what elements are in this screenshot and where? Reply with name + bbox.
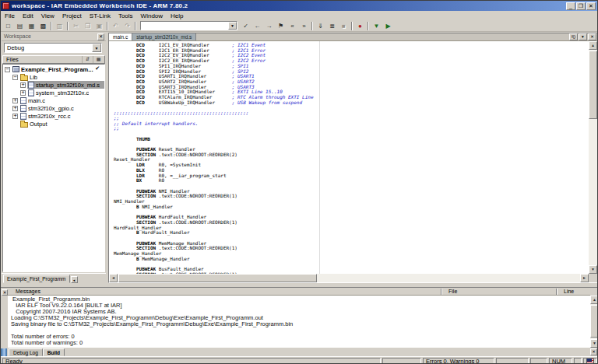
editor-vertical-scrollbar[interactable]: ▲ ▼ [589, 41, 597, 274]
configuration-select[interactable]: Debug ▼ [4, 43, 102, 53]
vertical-scroll-thumb[interactable] [589, 51, 597, 119]
scroll-left-icon[interactable]: ◄ [109, 274, 118, 282]
messages-dock-grip[interactable]: ✕ [1, 288, 8, 348]
right-margin-ruler [319, 41, 320, 274]
workspace-project-tab[interactable]: Example_First_Programm [3, 275, 70, 283]
tree-item-system-stm32f10x-c[interactable]: +system_stm32f10x.c [3, 89, 104, 96]
files-column-output-icon[interactable]: ▦ [93, 56, 104, 63]
find-input[interactable] [142, 23, 226, 30]
scroll-up-icon[interactable]: ▲ [589, 41, 597, 50]
menu-help[interactable]: Help [167, 12, 187, 20]
toggle-bookmark-icon[interactable]: ⚑ [275, 21, 287, 31]
toolbar-separator [368, 22, 369, 30]
code-editor-area[interactable]: DCD I2C1_EV_IRQHandler ; I2C1 Event DCD … [109, 41, 589, 274]
configuration-value: Debug [7, 44, 24, 51]
expand-icon[interactable]: + [20, 82, 26, 88]
quick-search-icon[interactable]: ✓ [240, 21, 252, 31]
expand-icon[interactable]: + [20, 90, 26, 96]
tree-item-stm32f10x-rcc-c[interactable]: +stm32f10x_rcc.c [3, 112, 104, 120]
status-cell-empty-1 [382, 358, 421, 364]
output-tab-build[interactable]: Build [43, 348, 65, 356]
editor-tab-bar: main.cstartup_stm32f10x_md.s [109, 33, 597, 41]
messages-close-icon[interactable]: ✕ [2, 289, 8, 296]
menu-view[interactable]: View [37, 12, 58, 20]
output-tab-debug-log[interactable]: Debug Log [9, 348, 43, 356]
iar-workbench-window: workspace - IAR Embedded Workbench IDE -… [0, 0, 598, 364]
file-column-label: File [448, 288, 457, 296]
file-icon [20, 97, 26, 104]
toolbar-separator [351, 22, 353, 30]
editor-close-icon[interactable]: ✕ [588, 33, 596, 40]
editor-horizontal-scrollbar[interactable]: ◄ ► [109, 274, 589, 282]
workspace-close-icon[interactable]: ✕ [97, 33, 104, 40]
menu-window[interactable]: Window [137, 12, 167, 20]
restore-button[interactable]: ❐ [576, 2, 586, 10]
tree-item-label: system_stm32f10x.c [36, 89, 89, 96]
toolbar-separator [67, 22, 69, 30]
function-list-button[interactable]: f() [569, 33, 578, 40]
minimize-button[interactable]: _ [566, 2, 575, 10]
tree-item-main-c[interactable]: +main.c [3, 96, 104, 104]
tree-item-output[interactable]: Output [3, 120, 104, 128]
scroll-right-icon[interactable]: ► [580, 274, 589, 282]
save-icon[interactable]: ▦ [26, 21, 37, 31]
editor-dropdown-icon[interactable]: ▾ [579, 33, 587, 40]
new-document-icon[interactable]: □ [2, 21, 14, 31]
us-flag-icon [586, 358, 594, 364]
menu-project[interactable]: Project [58, 12, 86, 20]
menu-edit[interactable]: Edit [19, 12, 37, 20]
debug-without-downloading-icon[interactable]: ▶ [382, 21, 394, 31]
app-icon [2, 2, 9, 9]
tree-item-startup-stm32f10x-md-s[interactable]: +startup_stm32f10x_md.s [3, 81, 104, 89]
output-close-icon[interactable]: ✕ [590, 348, 597, 355]
menu-st-link[interactable]: ST-Link [86, 12, 114, 20]
find-dropdown-icon[interactable]: ▼ [228, 22, 237, 30]
tree-item-stm32f10x-gpio-c[interactable]: +stm32f10x_gpio.c [3, 104, 104, 112]
menu-tools[interactable]: Tools [114, 12, 137, 20]
messages-scroll-down-icon[interactable]: ▼ [590, 339, 598, 348]
navigate-forward-icon[interactable]: → [263, 21, 275, 31]
editor-tab-main-c[interactable]: main.c [109, 33, 132, 40]
find-combobox[interactable]: ▼ [140, 21, 237, 30]
previous-bookmark-icon[interactable]: « [287, 21, 298, 31]
compile-icon[interactable]: ≣ [326, 21, 338, 31]
output-tabs-grip[interactable] [1, 348, 7, 356]
status-bar: Ready Errors 0, Warnings 0 NUM [1, 356, 598, 364]
messages-scrollbar[interactable]: ▲ ▼ [590, 296, 598, 348]
expand-icon[interactable]: + [12, 114, 18, 119]
file-asm-icon [28, 82, 34, 89]
collapse-icon[interactable]: − [5, 67, 10, 72]
status-cell-empty-4 [574, 358, 582, 364]
messages-scroll-thumb[interactable] [590, 305, 598, 338]
expand-icon[interactable]: + [12, 98, 18, 103]
editor-tab-startup-stm32f10x-md-s[interactable]: startup_stm32f10x_md.s [132, 33, 196, 40]
tree-item-lib[interactable]: −Lib [3, 73, 104, 81]
collapse-icon[interactable]: − [12, 75, 18, 80]
workspace-tab-scroll-icon[interactable]: ◂ [71, 276, 78, 283]
project-file-tree: −Example_First_Program...✔−Lib+startup_s… [2, 64, 105, 272]
scroll-down-icon[interactable]: ▼ [589, 265, 597, 274]
download-active-icon[interactable]: ▼ [371, 21, 382, 31]
open-file-icon[interactable]: ▤ [14, 21, 26, 31]
navigate-backward-icon[interactable]: ← [252, 21, 263, 31]
files-column-options-icon[interactable]: ⇵ [82, 56, 93, 63]
workspace-title-label: Workspace [4, 33, 31, 39]
save-all-icon[interactable]: ▩ [37, 21, 49, 31]
expand-icon[interactable]: + [12, 106, 18, 111]
code-line: ;; [114, 126, 589, 131]
horizontal-scroll-thumb[interactable] [118, 274, 317, 282]
make-icon[interactable]: ⇓ [315, 21, 326, 31]
files-column-header[interactable]: Files ⇵ ▦ [2, 55, 105, 64]
close-button[interactable]: ✕ [586, 2, 596, 10]
next-bookmark-icon[interactable]: » [298, 21, 310, 31]
menu-file[interactable]: File [1, 12, 19, 20]
tree-item-example-first-program[interactable]: −Example_First_Program...✔ [3, 65, 104, 73]
code-line: DCD USBWakeUp_IRQHandler ; USB Wakeup fr… [114, 100, 589, 106]
download-and-debug-icon[interactable]: ● [354, 21, 366, 31]
toolbar-separator [135, 22, 136, 30]
messages-scroll-up-icon[interactable]: ▲ [590, 296, 598, 304]
code-line: B NMI_Handler [114, 205, 589, 210]
configuration-dropdown-icon[interactable]: ▼ [92, 44, 101, 52]
code-line: SECTION .text:CODE:NOROOT:REORDER(1) [114, 220, 589, 226]
tree-item-label: Example_First_Program... [21, 66, 93, 73]
